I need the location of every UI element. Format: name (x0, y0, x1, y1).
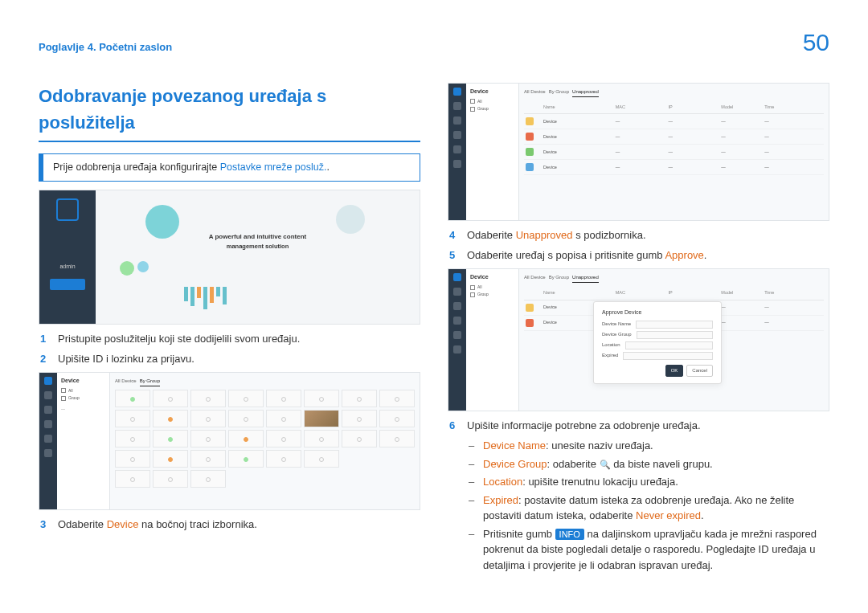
search-icon (600, 458, 611, 470)
step-num-3: 3 (40, 517, 50, 533)
screenshot-unapproved-list: Device All Group All Device By Group Una… (448, 83, 829, 221)
step-num-5: 5 (449, 247, 459, 264)
unapproved-keyword: Unapproved (516, 229, 573, 241)
note-link[interactable]: Postavke mreže posluž. (220, 161, 327, 173)
step-1-text: Pristupite poslužitelju koji ste dodijel… (58, 331, 300, 347)
ok-button: OK (665, 365, 684, 377)
left-column: Odobravanje povezanog uređaja s poslužit… (39, 83, 420, 575)
signin-button (50, 279, 85, 290)
login-caption-1: A powerful and intuitive content (209, 233, 306, 240)
login-caption-2: management solution (209, 242, 306, 251)
tab: All Device (115, 378, 137, 386)
approve-keyword: Approve (665, 249, 703, 261)
step-6-text: Upišite informacije potrebne za odobrenj… (467, 418, 701, 434)
rail-icon (44, 406, 52, 414)
step-6: 6 Upišite informacije potrebne za odobre… (449, 418, 829, 434)
sub-expired: – Expired: postavite datum isteka za odo… (469, 492, 829, 524)
tab: By Group (140, 378, 160, 386)
page-number: 50 (803, 24, 829, 60)
logo-icon (56, 198, 79, 221)
tab: By Group (549, 88, 569, 97)
step-num-1: 1 (40, 331, 50, 347)
approve-modal: Approve Device Device Name Device Group … (593, 301, 722, 384)
sub-device-group: – Device Group: odaberite da biste navel… (469, 456, 829, 472)
screenshot-device-grid: Device All Group — All Device By Group (39, 372, 420, 510)
step-num-6: 6 (449, 418, 459, 434)
rail-logo-icon (453, 88, 461, 96)
sub-location: – Location: upišite trenutnu lokaciju ur… (469, 474, 829, 490)
step-1: 1 Pristupite poslužitelju koji ste dodij… (40, 331, 420, 347)
step-2: 2 Upišite ID i lozinku za prijavu. (40, 351, 420, 367)
modal-title: Approve Device (602, 309, 713, 317)
step-num-2: 2 (40, 351, 50, 367)
screenshot-approve-modal: Device All Group All Device By Group Una… (448, 268, 829, 411)
cancel-button: Cancel (686, 365, 713, 377)
step-3: 3 Odaberite Device na bočnoj traci izbor… (40, 517, 420, 533)
rail-icon (44, 420, 52, 428)
device-keyword: Device (107, 518, 139, 530)
note-text-pre: Prije odobrenja uređaja konfigurirajte (53, 161, 220, 173)
sub-info: – Pritisnite gumb INFO na daljinskom upr… (469, 526, 829, 574)
admin-label: admin (59, 263, 75, 272)
rail-icon (44, 435, 52, 443)
step-3-text: Odaberite Device na bočnoj traci izborni… (58, 517, 257, 533)
step-2-text: Upišite ID i lozinku za prijavu. (58, 351, 194, 367)
rail-icon (44, 449, 52, 457)
sub-device-name: – Device Name: unesite naziv uređaja. (469, 438, 829, 454)
info-badge: INFO (555, 529, 584, 540)
chapter-label: Poglavlje 4. Početni zaslon (39, 39, 172, 55)
rail-logo-icon (453, 273, 461, 281)
tab: All Device (524, 88, 546, 97)
rail-icon (44, 391, 52, 399)
step-5: 5 Odaberite uređaj s popisa i pritisnite… (449, 247, 829, 264)
screenshot-login: admin A powerful and intuitive content m… (39, 190, 420, 325)
tab: Unapproved (572, 88, 599, 97)
section-title: Odobravanje povezanog uređaja s poslužit… (39, 83, 420, 142)
right-column: Device All Group All Device By Group Una… (448, 83, 829, 575)
rail-logo-icon (44, 377, 52, 385)
note-text-post: . (326, 161, 329, 173)
panel-title: Device (470, 88, 514, 96)
panel-title: Device (61, 377, 105, 386)
step-num-4: 4 (449, 227, 459, 243)
note-box: Prije odobrenja uređaja konfigurirajte P… (39, 153, 420, 182)
step-4: 4 Odaberite Unapproved s podizbornika. (449, 227, 829, 243)
